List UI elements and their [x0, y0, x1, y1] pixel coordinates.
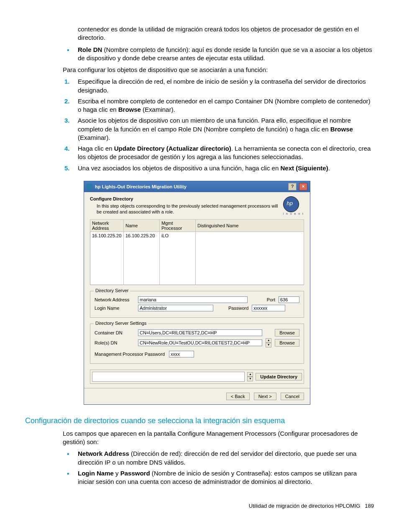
hp-invent-text: i n v e n t: [283, 212, 304, 215]
dialog-description: In this step objects corresponding to th…: [97, 203, 279, 215]
col-network-address[interactable]: Network Address: [90, 219, 124, 231]
step-num-3: 3.: [64, 116, 70, 125]
roles-spinner[interactable]: ▲ ▼: [266, 338, 271, 347]
app-icon: [87, 184, 92, 190]
container-dn-label: Container DN: [95, 330, 135, 335]
titlebar: hp Lights-Out Directories Migration Util…: [84, 181, 310, 192]
mgmt-processor-password-input[interactable]: xxxx: [169, 351, 194, 357]
login-name-input[interactable]: Administrator: [138, 305, 213, 311]
section2-intro: Los campos que aparecen en la pantalla C…: [63, 429, 374, 447]
section-heading-schema-free: Configuración de directorios cuando se s…: [25, 416, 374, 425]
col-mgmt-processor[interactable]: Mgmt Processor: [160, 219, 196, 231]
cell-dn: [196, 231, 304, 239]
bullet-role-dn: Role DN (Nombre completo de función): aq…: [63, 46, 374, 63]
bullet-login-password: Login Name y Password (Nombre de inicio …: [63, 469, 374, 486]
step-num-5: 5.: [64, 164, 70, 172]
network-address-input[interactable]: mariana: [138, 296, 248, 303]
log-scroll[interactable]: ▲ ▼: [247, 372, 253, 381]
mgmt-processor-password-label: Management Processor Password: [95, 352, 166, 357]
table-row[interactable]: 16.100.225.20 16.100.225.20 iLO: [90, 231, 304, 239]
page-footer: Utilidad de migración de directorios HPL…: [25, 503, 374, 509]
cancel-button[interactable]: Cancel: [281, 393, 304, 400]
config-intro: Para configurar los objetos de dispositi…: [63, 66, 374, 74]
migration-utility-dialog: hp Lights-Out Directories Migration Util…: [84, 181, 310, 405]
password-input[interactable]: xxxxxx: [252, 305, 285, 311]
container-dn-input[interactable]: CN=Users,DC=RILOETEST2,DC=HP: [138, 329, 262, 336]
step-1: 1.Especifique la dirección de red, el no…: [63, 77, 374, 95]
login-name-label: Login Name: [95, 306, 135, 311]
back-button[interactable]: < Back: [226, 393, 250, 400]
password-label: Password: [228, 306, 248, 311]
port-input[interactable]: 636: [279, 296, 299, 303]
chevron-up-icon[interactable]: ▲: [247, 372, 253, 377]
step-num-1: 1.: [64, 77, 70, 86]
window-title: hp Lights-Out Directories Migration Util…: [95, 184, 286, 189]
help-button[interactable]: ?: [288, 183, 297, 190]
step-2: 2.Escriba el nombre completo de contened…: [63, 97, 374, 114]
hp-logo-icon: [283, 196, 299, 212]
directory-server-label: Directory Server: [94, 288, 130, 293]
role-dn-term: Role DN: [78, 46, 102, 53]
directory-server-settings-group: Directory Server Settings Container DN C…: [90, 324, 304, 364]
next-button[interactable]: Next >: [254, 393, 276, 400]
cell-name: 16.100.225.20: [124, 231, 160, 239]
cell-addr: 16.100.225.20: [90, 231, 124, 239]
col-distinguished-name[interactable]: Distinguished Name: [196, 219, 304, 231]
dialog-heading: Configure Directory: [90, 196, 279, 201]
step-5: 5.Una vez asociados los objetos de dispo…: [63, 164, 374, 172]
network-address-label: Network Address: [95, 297, 135, 302]
directory-server-group: Directory Server Network Address mariana…: [90, 291, 304, 318]
col-name[interactable]: Name: [124, 219, 160, 231]
chevron-up-icon[interactable]: ▲: [266, 338, 271, 343]
port-label: Port: [267, 297, 275, 302]
page-number: 189: [365, 503, 374, 509]
close-button[interactable]: ×: [299, 183, 307, 190]
browse-roles-button[interactable]: Browse: [275, 339, 299, 347]
roles-dn-label: Role(s) DN: [95, 340, 135, 345]
browse-container-button[interactable]: Browse: [275, 329, 299, 337]
footer-text: Utilidad de migración de directorios HPL…: [249, 503, 361, 509]
processors-table: Network Address Name Mgmt Processor Dist…: [90, 219, 304, 285]
intro-paragraph: contenedor es donde la utilidad de migra…: [78, 25, 374, 42]
roles-dn-input[interactable]: CN=NewRole,OU=TestOU,DC=RILOETEST2,DC=HP: [138, 339, 262, 346]
step-num-2: 2.: [64, 97, 70, 105]
cell-proc: iLO: [160, 231, 196, 239]
chevron-down-icon[interactable]: ▼: [247, 377, 253, 381]
role-dn-text: (Nombre completo de función): aquí es do…: [78, 46, 372, 62]
step-3: 3.Asocie los objetos de dispositivo con …: [63, 116, 374, 142]
update-directory-button[interactable]: Update Directory: [256, 373, 302, 380]
step-4: 4.Haga clic en Update Directory (Actuali…: [63, 144, 374, 162]
directory-server-settings-label: Directory Server Settings: [94, 321, 148, 326]
status-log: [92, 372, 245, 382]
bullet-network-address: Network Address (Dirección de red): dire…: [63, 450, 374, 467]
chevron-down-icon[interactable]: ▼: [266, 343, 271, 347]
step-num-4: 4.: [64, 144, 70, 153]
